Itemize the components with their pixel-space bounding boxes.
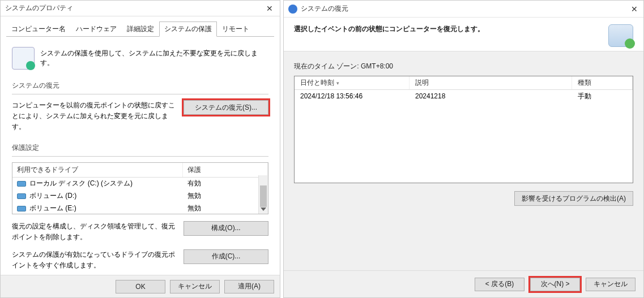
group-label-restore: システムの復元: [12, 81, 268, 90]
drive-icon: [17, 206, 26, 211]
configure-text: 復元の設定を構成し、ディスク領域を管理して、復元ポイントを削除します。: [12, 221, 178, 243]
scrollbar-vertical[interactable]: [258, 175, 268, 214]
drive-name: ボリューム (D:): [12, 190, 183, 202]
col-header-type[interactable]: 種類: [572, 76, 633, 89]
drive-row[interactable]: ボリューム (D:) 無効: [12, 190, 268, 202]
list-header: 日付と時刻▾ 説明 種類: [295, 76, 633, 90]
restore-text: コンピューターを以前の復元ポイントの状態に戻すことにより、システムに加えられた変…: [12, 100, 178, 133]
scroll-up-icon[interactable]: [261, 178, 266, 182]
group-protection-settings: 保護設定 利用できるドライブ 保護 ローカル ディスク (C:) (システム) …: [12, 143, 268, 271]
tab-panel: システムの保護を使用して、システムに加えた不要な変更を元に戻します。 システムの…: [1, 37, 280, 287]
drive-row[interactable]: ボリューム (E:) 無効: [12, 202, 268, 214]
cell-type: 手動: [572, 92, 633, 101]
shield-drive-icon: [12, 47, 35, 70]
tab-system-protection[interactable]: システムの保護: [159, 21, 217, 37]
col-header-date[interactable]: 日付と時刻▾: [295, 76, 410, 89]
configure-button[interactable]: 構成(O)...: [184, 221, 268, 236]
group-label-protect: 保護設定: [12, 143, 268, 153]
configure-row: 復元の設定を構成し、ディスク領域を管理して、復元ポイントを削除します。 構成(O…: [12, 221, 268, 243]
tab-remote[interactable]: リモート: [217, 21, 254, 37]
scroll-down-icon[interactable]: [261, 208, 266, 211]
group-system-restore: システムの復元 コンピューターを以前の復元ポイントの状態に戻すことにより、システ…: [12, 81, 268, 133]
drives-header: 利用できるドライブ 保護: [12, 163, 268, 178]
create-row: システムの保護が有効になっているドライブの復元ポイントを今すぐ作成します。 作成…: [12, 249, 268, 271]
scroll-thumb[interactable]: [260, 185, 267, 207]
scan-affected-programs-button[interactable]: 影響を受けるプログラムの検出(A): [514, 191, 633, 206]
wizard-header: 選択したイベントの前の状態にコンピューターを復元します。: [284, 18, 643, 51]
create-text: システムの保護が有効になっているドライブの復元ポイントを今すぐ作成します。: [12, 249, 178, 271]
back-button[interactable]: < 戻る(B): [475, 278, 524, 291]
affected-programs-row: 影響を受けるプログラムの検出(A): [294, 191, 633, 206]
titlebar-right[interactable]: システムの復元 ✕: [284, 1, 643, 18]
system-restore-wizard: システムの復元 ✕ 選択したイベントの前の状態にコンピューターを復元します。 現…: [283, 0, 644, 298]
restore-icon: [608, 24, 633, 47]
apply-button[interactable]: 適用(A): [224, 280, 274, 293]
drives-table[interactable]: 利用できるドライブ 保護 ローカル ディスク (C:) (システム) 有効 ボリ…: [12, 162, 268, 214]
dialog-footer-right: < 戻る(B) 次へ(N) > キャンセル: [284, 270, 643, 297]
drive-status: 無効: [183, 190, 268, 202]
window-title-left: システムのプロパティ: [5, 3, 264, 13]
window-title-right: システムの復元: [301, 4, 629, 14]
cell-date: 2024/12/18 13:56:46: [295, 92, 410, 100]
drive-status: 無効: [183, 202, 268, 214]
col-header-drive[interactable]: 利用できるドライブ: [12, 163, 183, 177]
app-icon: [288, 5, 297, 14]
col-header-protection[interactable]: 保護: [183, 163, 268, 177]
restore-row: コンピューターを以前の復元ポイントの状態に戻すことにより、システムに加えられた変…: [12, 100, 268, 133]
drive-icon: [17, 181, 26, 187]
tab-strip: コンピューター名 ハードウェア 詳細設定 システムの保護 リモート: [6, 21, 274, 37]
system-properties-dialog: システムのプロパティ ✕ コンピューター名 ハードウェア 詳細設定 システムの保…: [0, 0, 280, 298]
cell-description: 20241218: [410, 92, 572, 100]
timezone-line: 現在のタイム ゾーン: GMT+8:00: [294, 62, 633, 71]
next-button[interactable]: 次へ(N) >: [530, 278, 580, 291]
dialog-footer-left: OK キャンセル 適用(A): [1, 275, 280, 297]
restore-points-list[interactable]: 日付と時刻▾ 説明 種類 2024/12/18 13:56:46 2024121…: [294, 76, 633, 183]
cancel-button[interactable]: キャンセル: [586, 278, 636, 291]
close-icon[interactable]: ✕: [629, 5, 640, 14]
drive-status: 有効: [183, 178, 268, 189]
drive-row[interactable]: ローカル ディスク (C:) (システム) 有効: [12, 178, 268, 190]
close-icon[interactable]: ✕: [264, 4, 275, 13]
create-restore-point-button[interactable]: 作成(C)...: [184, 249, 268, 264]
drive-name: ボリューム (E:): [12, 202, 183, 214]
cancel-button[interactable]: キャンセル: [170, 280, 220, 293]
wizard-heading: 選択したイベントの前の状態にコンピューターを復元します。: [294, 24, 608, 34]
tab-computer-name[interactable]: コンピューター名: [6, 21, 71, 37]
tab-advanced[interactable]: 詳細設定: [122, 21, 159, 37]
drive-name: ローカル ディスク (C:) (システム): [12, 178, 183, 189]
divider: [12, 94, 268, 94]
wizard-body: 現在のタイム ゾーン: GMT+8:00 日付と時刻▾ 説明 種類 2024/1…: [284, 51, 643, 270]
intro-text: システムの保護を使用して、システムに加えた不要な変更を元に戻します。: [40, 49, 268, 68]
sort-indicator-icon: ▾: [336, 80, 339, 86]
drive-icon: [17, 193, 26, 199]
tab-hardware[interactable]: ハードウェア: [71, 21, 122, 37]
titlebar-left[interactable]: システムのプロパティ ✕: [1, 1, 280, 16]
divider: [12, 156, 268, 157]
col-header-description[interactable]: 説明: [410, 76, 572, 89]
system-restore-button[interactable]: システムの復元(S)...: [184, 100, 268, 115]
ok-button[interactable]: OK: [116, 280, 165, 293]
intro-row: システムの保護を使用して、システムに加えた不要な変更を元に戻します。: [12, 47, 268, 70]
restore-point-row[interactable]: 2024/12/18 13:56:46 20241218 手動: [295, 90, 633, 102]
